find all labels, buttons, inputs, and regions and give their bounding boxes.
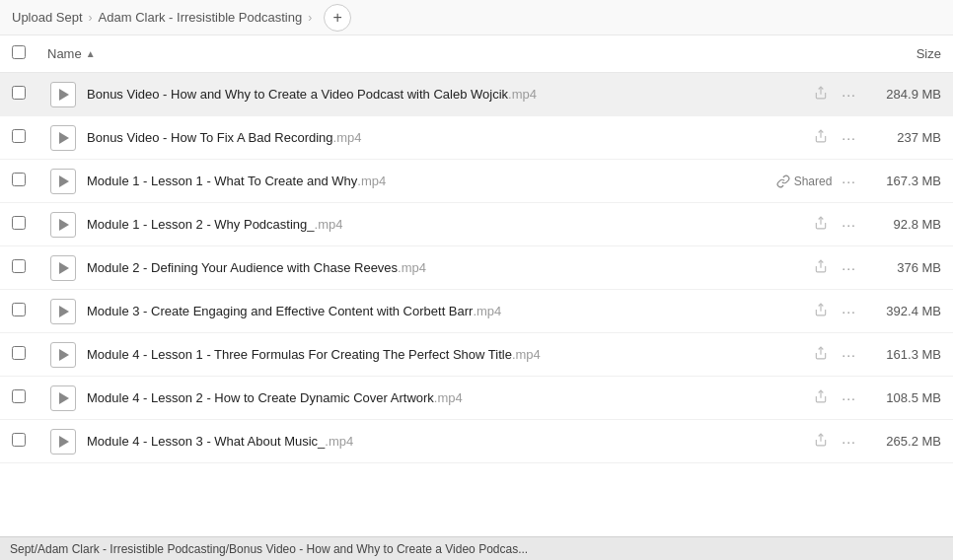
row-checkbox-0[interactable] bbox=[12, 86, 47, 103]
row-select-checkbox-5[interactable] bbox=[12, 303, 26, 316]
more-options-icon-6[interactable]: ··· bbox=[836, 343, 862, 367]
row-checkbox-8[interactable] bbox=[12, 433, 47, 450]
row-filename-1[interactable]: Bonus Video - How To Fix A Bad Recording… bbox=[79, 130, 744, 145]
row-size-3: 92.8 MB bbox=[862, 217, 941, 232]
share-icon-0[interactable] bbox=[810, 82, 832, 106]
row-checkbox-2[interactable] bbox=[12, 173, 47, 189]
breadcrumb-separator: › bbox=[89, 11, 93, 25]
breadcrumb-separator-2: › bbox=[308, 11, 312, 25]
size-column-header: Size bbox=[843, 46, 941, 61]
file-list: Bonus Video - How and Why to Create a Vi… bbox=[0, 73, 953, 463]
row-checkbox-3[interactable] bbox=[12, 216, 47, 233]
row-filename-4[interactable]: Module 2 - Defining Your Audience with C… bbox=[79, 260, 744, 275]
row-filename-0[interactable]: Bonus Video - How and Why to Create a Vi… bbox=[79, 87, 744, 102]
more-options-icon-0[interactable]: ··· bbox=[836, 83, 862, 106]
breadcrumb-item-upload-sept[interactable]: Upload Sept bbox=[12, 10, 83, 25]
row-actions-4: ··· bbox=[744, 255, 862, 280]
row-select-checkbox-6[interactable] bbox=[12, 346, 26, 360]
more-options-icon-5[interactable]: ··· bbox=[836, 300, 862, 323]
table-row: Module 2 - Defining Your Audience with C… bbox=[0, 246, 953, 290]
file-ext-2: .mp4 bbox=[357, 174, 386, 188]
play-button-8[interactable] bbox=[50, 429, 76, 455]
row-select-checkbox-1[interactable] bbox=[12, 129, 26, 143]
play-button-3[interactable] bbox=[50, 212, 76, 238]
row-filename-8[interactable]: Module 4 - Lesson 3 - What About Music_.… bbox=[79, 434, 744, 449]
play-button-4[interactable] bbox=[50, 255, 76, 281]
file-name-text-8: Module 4 - Lesson 3 - What About Music_ bbox=[87, 434, 325, 449]
more-options-icon-1[interactable]: ··· bbox=[836, 126, 862, 150]
row-filename-5[interactable]: Module 3 - Create Engaging and Effective… bbox=[79, 304, 744, 318]
file-ext-8: .mp4 bbox=[325, 434, 353, 449]
share-icon-4[interactable] bbox=[810, 255, 832, 280]
file-name-text-5: Module 3 - Create Engaging and Effective… bbox=[87, 304, 473, 318]
row-size-5: 392.4 MB bbox=[862, 304, 941, 318]
row-actions-2: Shared ··· bbox=[744, 170, 862, 193]
play-button-1[interactable] bbox=[50, 125, 76, 151]
row-filename-3[interactable]: Module 1 - Lesson 2 - Why Podcasting_.mp… bbox=[79, 217, 744, 232]
play-button-7[interactable] bbox=[50, 385, 76, 411]
row-filename-2[interactable]: Module 1 - Lesson 1 - What To Create and… bbox=[79, 174, 744, 188]
more-options-icon-3[interactable]: ··· bbox=[836, 213, 862, 237]
row-checkbox-5[interactable] bbox=[12, 303, 47, 319]
breadcrumb-add-button[interactable]: + bbox=[324, 4, 351, 32]
table-header: Name ▲ Size bbox=[0, 35, 953, 73]
row-play-icon-6[interactable] bbox=[47, 342, 79, 368]
play-button-0[interactable] bbox=[50, 82, 76, 107]
row-select-checkbox-2[interactable] bbox=[12, 173, 26, 186]
file-name-text-0: Bonus Video - How and Why to Create a Vi… bbox=[87, 87, 508, 102]
share-icon-7[interactable] bbox=[810, 385, 832, 410]
file-name-text-3: Module 1 - Lesson 2 - Why Podcasting_ bbox=[87, 217, 315, 232]
row-play-icon-8[interactable] bbox=[47, 429, 79, 455]
row-select-checkbox-0[interactable] bbox=[12, 86, 26, 100]
row-play-icon-2[interactable] bbox=[47, 169, 79, 194]
row-actions-7: ··· bbox=[744, 385, 862, 410]
more-options-icon-2[interactable]: ··· bbox=[836, 170, 862, 193]
file-name-text-4: Module 2 - Defining Your Audience with C… bbox=[87, 260, 398, 275]
row-checkbox-4[interactable] bbox=[12, 259, 47, 276]
row-size-4: 376 MB bbox=[862, 260, 941, 275]
table-row: Module 4 - Lesson 1 - Three Formulas For… bbox=[0, 333, 953, 377]
header-checkbox[interactable] bbox=[12, 45, 47, 62]
status-bar: Sept/Adam Clark - Irresistible Podcastin… bbox=[0, 536, 953, 560]
table-row: Module 1 - Lesson 1 - What To Create and… bbox=[0, 160, 953, 203]
more-options-icon-7[interactable]: ··· bbox=[836, 386, 862, 410]
shared-badge-2: Shared bbox=[776, 175, 833, 188]
table-row: Module 1 - Lesson 2 - Why Podcasting_.mp… bbox=[0, 203, 953, 246]
row-filename-6[interactable]: Module 4 - Lesson 1 - Three Formulas For… bbox=[79, 347, 744, 362]
row-play-icon-0[interactable] bbox=[47, 82, 79, 107]
table-row: Module 3 - Create Engaging and Effective… bbox=[0, 290, 953, 333]
file-ext-3: .mp4 bbox=[315, 217, 343, 232]
row-play-icon-7[interactable] bbox=[47, 385, 79, 411]
play-button-5[interactable] bbox=[50, 299, 76, 324]
sort-arrow-icon: ▲ bbox=[86, 48, 96, 59]
row-select-checkbox-7[interactable] bbox=[12, 389, 26, 403]
play-button-2[interactable] bbox=[50, 169, 76, 194]
table-row: Bonus Video - How and Why to Create a Vi… bbox=[0, 73, 953, 116]
row-play-icon-1[interactable] bbox=[47, 125, 79, 151]
name-column-header[interactable]: Name ▲ bbox=[47, 46, 843, 61]
more-options-icon-8[interactable]: ··· bbox=[836, 430, 862, 454]
row-select-checkbox-8[interactable] bbox=[12, 433, 26, 447]
share-icon-1[interactable] bbox=[810, 125, 832, 150]
row-select-checkbox-3[interactable] bbox=[12, 216, 26, 230]
row-filename-7[interactable]: Module 4 - Lesson 2 - How to Create Dyna… bbox=[79, 390, 744, 405]
file-ext-5: .mp4 bbox=[473, 304, 501, 318]
share-icon-8[interactable] bbox=[810, 429, 832, 454]
row-select-checkbox-4[interactable] bbox=[12, 259, 26, 273]
row-checkbox-7[interactable] bbox=[12, 389, 47, 406]
share-icon-6[interactable] bbox=[810, 342, 832, 367]
row-play-icon-4[interactable] bbox=[47, 255, 79, 281]
breadcrumb-item-folder[interactable]: Adam Clark - Irresistible Podcasting bbox=[99, 10, 303, 25]
share-icon-3[interactable] bbox=[810, 212, 832, 237]
row-checkbox-1[interactable] bbox=[12, 129, 47, 146]
link-icon-2 bbox=[776, 175, 790, 188]
row-play-icon-5[interactable] bbox=[47, 299, 79, 324]
row-checkbox-6[interactable] bbox=[12, 346, 47, 363]
row-play-icon-3[interactable] bbox=[47, 212, 79, 238]
play-button-6[interactable] bbox=[50, 342, 76, 368]
select-all-checkbox[interactable] bbox=[12, 45, 26, 59]
more-options-icon-4[interactable]: ··· bbox=[836, 256, 862, 280]
row-size-1: 237 MB bbox=[862, 130, 941, 145]
row-actions-8: ··· bbox=[744, 429, 862, 454]
share-icon-5[interactable] bbox=[810, 299, 832, 323]
